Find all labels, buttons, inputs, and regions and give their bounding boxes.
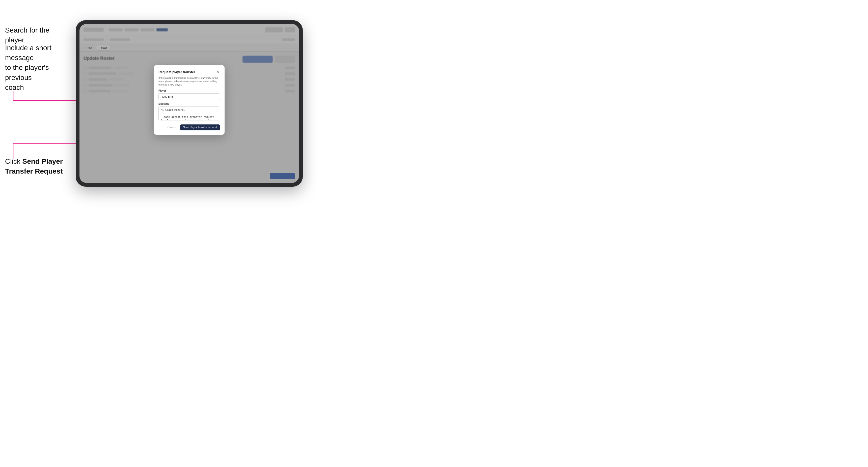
modal-description: If the player is transferring from anoth… <box>158 76 220 86</box>
modal-header: Request player transfer ✕ <box>158 70 220 74</box>
annotation-search: Search for the player. <box>5 25 71 45</box>
modal-footer: Cancel Send Player Transfer Request <box>158 124 220 130</box>
annotation-message: Include a short messageto the player's p… <box>5 43 73 92</box>
request-transfer-modal: Request player transfer ✕ If the player … <box>154 65 224 135</box>
send-transfer-button[interactable]: Send Player Transfer Request <box>180 124 220 130</box>
tablet-device: › Rosr Roster Update Roster <box>76 20 303 187</box>
annotation-message-text: Include a short messageto the player's p… <box>5 44 52 91</box>
annotation-click: Click Send PlayerTransfer Request <box>5 156 71 176</box>
annotation-click-prefix: Click <box>5 157 22 165</box>
modal-overlay: Request player transfer ✕ If the player … <box>80 24 299 183</box>
message-label: Message <box>158 102 220 105</box>
message-textarea[interactable]: Hi Coach McHarg, Please accept this tran… <box>158 106 220 120</box>
tablet-screen: › Rosr Roster Update Roster <box>80 24 299 183</box>
player-label: Player <box>158 89 220 92</box>
modal-title: Request player transfer <box>158 70 195 74</box>
cancel-button[interactable]: Cancel <box>165 125 178 130</box>
modal-close-button[interactable]: ✕ <box>216 70 220 74</box>
player-input[interactable] <box>158 93 220 100</box>
